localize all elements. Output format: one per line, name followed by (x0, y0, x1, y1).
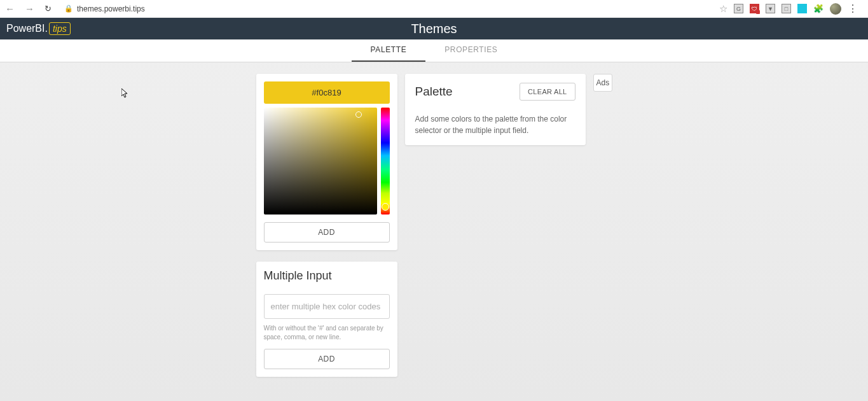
ext-icon-1[interactable]: G (734, 4, 743, 13)
bookmark-star-icon[interactable]: ☆ (719, 3, 727, 15)
color-picker-card: #f0c819 ADD (256, 74, 397, 250)
chrome-menu-icon[interactable]: ⋮ (848, 3, 858, 15)
url-text: themes.powerbi.tips (77, 4, 145, 13)
lock-icon: 🔒 (64, 4, 73, 13)
reload-icon[interactable]: ↻ (45, 4, 52, 13)
tab-properties[interactable]: PROPERTIES (425, 39, 516, 62)
main-content: #f0c819 ADD Multiple Input With or witho… (0, 62, 868, 388)
ads-box[interactable]: Ads (593, 74, 612, 92)
ext-icon-box[interactable]: □ (782, 4, 791, 13)
selected-color-swatch: #f0c819 (264, 81, 390, 104)
hue-slider[interactable] (381, 108, 390, 215)
saturation-value-panel[interactable] (264, 108, 377, 215)
hue-cursor-icon (382, 203, 389, 211)
multiple-input-hint: With or without the '#' and can separate… (264, 324, 390, 341)
app-header: PowerBI. tips Themes (0, 18, 868, 39)
tabs-bar: PALETTE PROPERTIES (0, 39, 868, 62)
add-multiple-button[interactable]: ADD (264, 349, 390, 369)
palette-title: Palette (415, 85, 453, 99)
ext-icon-cloud[interactable] (797, 4, 807, 13)
ext-icon-shield[interactable]: 🛡 (750, 4, 759, 13)
add-color-button[interactable]: ADD (264, 222, 390, 243)
sv-cursor-icon (355, 111, 362, 118)
address-bar[interactable]: 🔒 themes.powerbi.tips (59, 4, 712, 13)
profile-avatar[interactable] (830, 3, 841, 15)
page-title: Themes (411, 22, 457, 36)
extension-icons: ☆ G 🛡 ▼ □ 🧩 ⋮ (719, 3, 863, 15)
forward-icon[interactable]: → (25, 3, 34, 14)
multiple-input-card: Multiple Input With or without the '#' a… (256, 262, 397, 377)
multiple-hex-input[interactable] (264, 294, 390, 319)
logo[interactable]: PowerBI. tips (6, 22, 71, 35)
tab-palette[interactable]: PALETTE (352, 39, 426, 62)
multiple-input-title: Multiple Input (264, 269, 390, 283)
browser-toolbar: ← → ↻ 🔒 themes.powerbi.tips ☆ G 🛡 ▼ □ 🧩 … (0, 0, 868, 18)
ext-icon-pin[interactable]: ▼ (766, 4, 775, 13)
palette-empty-text: Add some colors to the palette from the … (415, 113, 575, 136)
palette-card: Palette CLEAR ALL Add some colors to the… (405, 74, 586, 145)
back-icon[interactable]: ← (5, 3, 15, 14)
extensions-puzzle-icon[interactable]: 🧩 (813, 4, 823, 14)
logo-prefix: PowerBI. (6, 23, 48, 34)
clear-all-button[interactable]: CLEAR ALL (520, 83, 575, 101)
logo-tips: tips (49, 22, 71, 35)
